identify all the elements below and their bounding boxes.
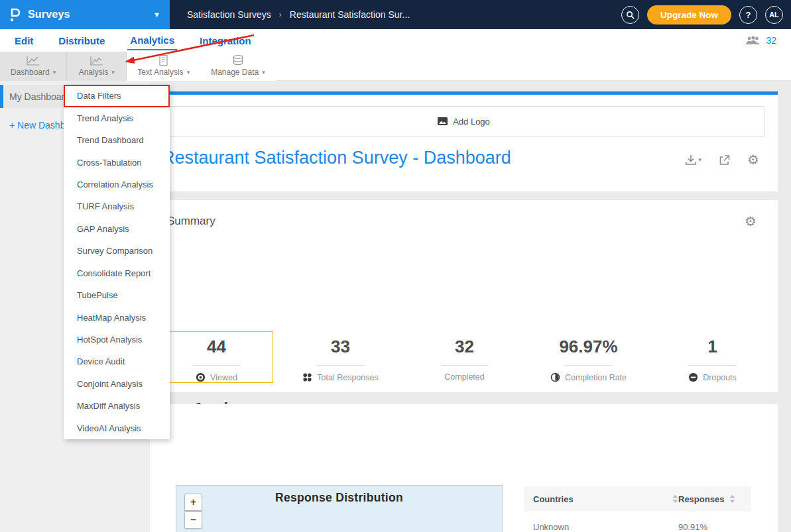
- analysis-menu-button[interactable]: Analysis▾: [67, 52, 127, 81]
- stat-total-responses: 33 Total Responses: [278, 337, 402, 382]
- menu-item-turf-analysis[interactable]: TURF Analysis: [64, 195, 170, 217]
- stat-label: Completed: [444, 372, 484, 382]
- dashboard-header-card: Add Logo Restaurant Satisfaction Survey …: [150, 95, 778, 191]
- analysis-chart-icon: [90, 55, 104, 66]
- menu-item-device-audit[interactable]: Device Audit: [64, 350, 170, 372]
- tab-distribute[interactable]: Distribute: [56, 31, 107, 50]
- search-icon: [626, 11, 635, 19]
- dashboard-menu-button[interactable]: Dashboard▾: [0, 52, 67, 81]
- country-cell: Unknown: [533, 522, 678, 532]
- menu-item-conjoint-analysis[interactable]: Conjoint Analysis: [64, 373, 170, 395]
- countries-header-label: Countries: [533, 494, 574, 504]
- menu-item-correlation-analysis[interactable]: Correlation Analysis: [64, 174, 170, 195]
- settings-gear-icon[interactable]: ⚙: [747, 153, 759, 166]
- stat-label: Completion Rate: [565, 373, 627, 382]
- text-analysis-menu-label: Text Analysis: [137, 68, 183, 77]
- add-logo-label: Add Logo: [453, 117, 490, 127]
- manage-data-menu-button[interactable]: Manage Data▾: [200, 52, 276, 81]
- top-bar: Surveys ▼ Satisfaction Surveys › Restaur…: [0, 0, 791, 29]
- menu-item-cross-tabulation[interactable]: Cross-Tabulation: [64, 151, 170, 173]
- brand-label: Surveys: [28, 9, 70, 21]
- analysis-menu-label: Analysis: [79, 68, 109, 77]
- menu-item-gap-analysis[interactable]: GAP Analysis: [64, 218, 170, 240]
- breadcrumb-folder[interactable]: Satisfaction Surveys: [187, 9, 271, 20]
- response-map: Response Distribution + −: [176, 485, 503, 532]
- text-analysis-menu-button[interactable]: Text Analysis▾: [127, 52, 200, 81]
- menu-item-consolidate-report[interactable]: Consolidate Report: [64, 262, 170, 284]
- app-root: Surveys ▼ Satisfaction Surveys › Restaur…: [0, 0, 791, 532]
- avatar[interactable]: AL: [765, 6, 783, 24]
- map-zoom-out-button[interactable]: −: [184, 511, 202, 529]
- line-chart-icon: [26, 55, 40, 66]
- stat-completion-rate: 96.97% Completion Rate: [526, 337, 650, 382]
- image-icon: [438, 117, 448, 125]
- stat-label: Viewed: [210, 373, 237, 382]
- sort-icon[interactable]: [672, 495, 678, 503]
- stat-value: 44: [154, 337, 278, 357]
- sort-icon[interactable]: [729, 495, 735, 503]
- divider: [689, 365, 737, 366]
- tab-integration[interactable]: Integration: [197, 31, 254, 50]
- breadcrumb-survey[interactable]: Restaurant Satisfaction Sur...: [290, 9, 410, 20]
- chevron-down-icon: ▾: [111, 69, 115, 76]
- menu-item-data-filters[interactable]: Data Filters: [64, 85, 170, 107]
- topbar-actions: Upgrade Now ? AL: [621, 5, 791, 25]
- stat-label: Dropouts: [703, 373, 737, 382]
- summary-widget: Summary ⚙ 44 Viewed 33 Total Responses: [150, 200, 778, 392]
- sidebar-item-label: My Dashboard: [9, 91, 70, 102]
- countries-table: Countries Responses Unknown 90.91% IN 9.…: [524, 486, 751, 532]
- active-indicator: [0, 85, 3, 108]
- help-button[interactable]: ?: [739, 6, 757, 24]
- analysis-dropdown-menu: Data Filters Trend Analysis Trend Dashbo…: [64, 85, 170, 439]
- title-actions: ▾ ⚙: [685, 153, 759, 166]
- menu-item-survey-comparison[interactable]: Survey Comparison: [64, 240, 170, 262]
- people-icon: [745, 35, 761, 46]
- database-icon: [231, 54, 245, 66]
- share-button[interactable]: [719, 154, 730, 166]
- analytics-toolbar: Dashboard▾ Analysis▾ Text Analysis▾ Mana…: [0, 52, 791, 81]
- divider: [193, 365, 241, 366]
- menu-item-videoai-analysis[interactable]: VideoAI Analysis: [64, 417, 170, 439]
- map-title: Response Distribution: [176, 491, 502, 505]
- divider: [565, 365, 613, 366]
- questionpro-logo-icon: [9, 6, 21, 23]
- stat-dropouts: 1 Dropouts: [650, 337, 774, 382]
- page-margin: [778, 81, 791, 532]
- stat-viewed: 44 Viewed: [154, 337, 278, 382]
- survey-nav: Edit Distribute Analytics Integration 32: [0, 29, 791, 52]
- chevron-down-icon: ▾: [53, 69, 56, 76]
- download-button[interactable]: ▾: [685, 154, 702, 166]
- minus-circle-icon: [688, 372, 698, 382]
- tab-edit[interactable]: Edit: [12, 31, 36, 50]
- menu-item-tubepulse[interactable]: TubePulse: [64, 284, 170, 306]
- summary-title: Summary: [167, 215, 215, 228]
- dashboard-menu-label: Dashboard: [11, 68, 50, 77]
- collaborators-count: 32: [766, 35, 776, 46]
- upgrade-button[interactable]: Upgrade Now: [647, 5, 731, 25]
- search-button[interactable]: [621, 6, 639, 24]
- divider: [441, 365, 489, 366]
- eye-icon: [196, 372, 206, 382]
- response-distribution-widget: Response Distribution + −: [150, 404, 778, 532]
- chevron-down-icon: ▾: [262, 69, 265, 76]
- table-row[interactable]: Unknown 90.91%: [524, 511, 751, 532]
- add-logo-button[interactable]: Add Logo: [163, 106, 764, 136]
- stat-value: 1: [650, 337, 774, 357]
- manage-data-menu-label: Manage Data: [211, 68, 259, 77]
- map-zoom-in-button[interactable]: +: [184, 494, 202, 511]
- stat-value: 96.97%: [526, 337, 650, 357]
- product-switcher[interactable]: Surveys ▼: [0, 0, 170, 29]
- tab-analytics[interactable]: Analytics: [127, 30, 177, 50]
- menu-item-heatmap-analysis[interactable]: HeatMap Analysis: [64, 306, 170, 328]
- menu-item-trend-analysis[interactable]: Trend Analysis: [64, 107, 170, 129]
- breadcrumb-separator: ›: [279, 10, 282, 19]
- collaborators[interactable]: 32: [745, 35, 791, 46]
- stat-completed: 32 Completed: [402, 337, 526, 382]
- menu-item-maxdiff-analysis[interactable]: MaxDiff Analysis: [64, 395, 170, 417]
- chevron-down-icon: ▼: [153, 11, 160, 19]
- menu-item-hotspot-analysis[interactable]: HotSpot Analysis: [64, 329, 170, 350]
- summary-settings-gear-icon[interactable]: ⚙: [745, 215, 757, 228]
- chevron-down-icon: ▾: [187, 69, 190, 76]
- divider: [317, 365, 365, 366]
- menu-item-trend-dashboard[interactable]: Trend Dashboard: [64, 129, 170, 151]
